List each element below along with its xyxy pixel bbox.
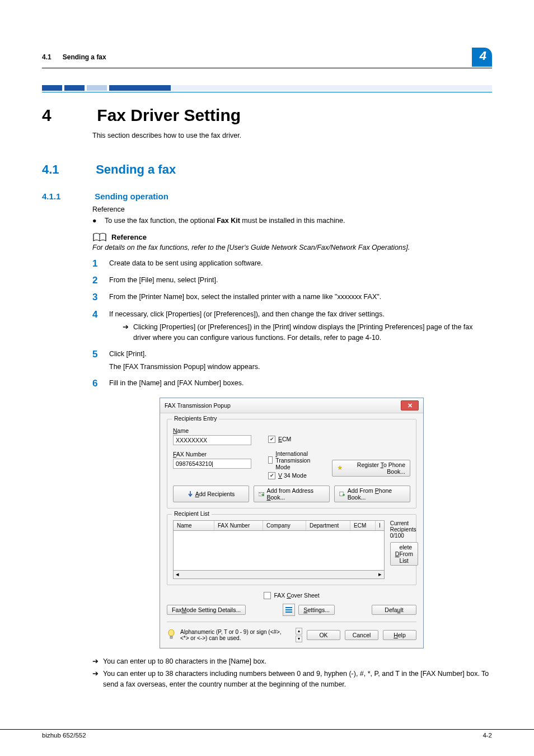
recipient-list-group: Recipient List Name FAX Number Company D… [167, 514, 416, 585]
step-text: Create data to be sent using application… [109, 258, 492, 269]
group-legend: Recipient List [172, 510, 212, 517]
cancel-button[interactable]: Cancel [345, 630, 378, 640]
svg-rect-3 [340, 492, 343, 496]
chapter-intro: This section describes how to use the fa… [92, 130, 492, 141]
svg-point-5 [168, 629, 174, 636]
intl-label: International Transmission Mode [275, 450, 324, 470]
step-text: Click [Print]. [109, 349, 492, 360]
subsection-title: Sending operation [95, 192, 168, 201]
name-input[interactable]: XXXXXXXX [173, 435, 251, 445]
add-from-phonebook-button[interactable]: Add From Phone Book... [334, 486, 410, 502]
list-header: Name FAX Number Company Department ECM I [173, 520, 385, 531]
col-more[interactable]: I [376, 521, 384, 530]
arrow-icon: ➔ [92, 669, 99, 679]
reference-label: Reference [92, 204, 492, 215]
subsection-number: 4.1.1 [42, 192, 92, 201]
recipient-listbox[interactable] [173, 531, 385, 571]
register-phonebook-button[interactable]: Register To Phone Book... [332, 460, 410, 477]
arrow-icon: ➔ [123, 322, 129, 333]
fax-popup-window: FAX Transmission Popup ✕ Recipients Entr… [160, 398, 424, 648]
recipient-count: Current Recipients 0/100 [390, 520, 418, 539]
divider [167, 622, 416, 622]
addressbook-icon [259, 491, 264, 497]
intl-checkbox[interactable] [268, 456, 273, 464]
footer-page: 4-2 [483, 732, 492, 739]
reference-block-title: Reference [111, 233, 147, 241]
settings-preview-icon [283, 604, 295, 616]
step-number: 5 [92, 349, 109, 373]
step-arrow-text: Clicking [Properties] (or [Preferences])… [133, 322, 492, 343]
col-dept[interactable]: Department [306, 521, 350, 530]
arrow-icon: ➔ [92, 656, 99, 667]
step-number: 6 [92, 378, 109, 389]
popup-title: FAX Transmission Popup [165, 402, 231, 409]
section-title: Sending a fax [96, 162, 176, 176]
scroll-left-icon[interactable]: ◂ [174, 571, 181, 578]
faxnum-input[interactable]: 09876543210| [173, 459, 251, 469]
scroll-right-icon[interactable]: ▸ [376, 571, 384, 578]
step-text: From the [Printer Name] box, select the … [109, 292, 492, 303]
fax-cover-checkbox[interactable] [264, 592, 271, 599]
close-icon[interactable]: ✕ [401, 400, 419, 410]
chapter-number: 4 [42, 106, 92, 125]
group-legend: Recipients Entry [172, 415, 219, 422]
decorative-strip [42, 85, 492, 91]
col-fax[interactable]: FAX Number [214, 521, 263, 530]
register-icon [337, 465, 343, 472]
name-label: Name [173, 427, 268, 434]
step-number: 2 [92, 275, 109, 286]
header-section-num: 4.1 [42, 53, 51, 61]
step-number: 4 [92, 309, 109, 343]
step-text: From the [File] menu, select [Print]. [109, 275, 492, 286]
horizontal-scrollbar[interactable]: ◂ ▸ [173, 571, 385, 579]
ecm-label: ECM [278, 436, 291, 442]
info-text: Alphanumeric (P, T or 0 - 9) or sign (<#… [180, 629, 291, 641]
help-button[interactable]: Help [383, 630, 416, 640]
header-section-title: Sending a fax [63, 53, 106, 61]
recipients-entry-group: Recipients Entry Name XXXXXXXX ✔ ECM [167, 419, 416, 508]
faxnum-label: FAX Number [173, 451, 268, 458]
add-recipients-button[interactable]: Add Recipients [173, 486, 249, 502]
v34-label: V 34 Mode [278, 472, 307, 479]
step-text: Fill in the [Name] and [FAX Number] boxe… [109, 378, 492, 389]
header-rule [42, 68, 492, 68]
scroll-up-icon[interactable]: ▴ [296, 628, 302, 634]
delete-from-list-button[interactable]: Delete From List [390, 542, 418, 566]
scroll-down-icon[interactable]: ▾ [296, 636, 302, 642]
section-number: 4.1 [42, 162, 92, 177]
footer-product: bizhub 652/552 [42, 732, 86, 739]
col-company[interactable]: Company [263, 521, 306, 530]
fax-cover-label: FAX Cover Sheet [274, 592, 319, 599]
fax-mode-details-button[interactable]: Fax Mode Setting Details... [167, 605, 246, 615]
reference-block-body: For details on the fax functions, refer … [92, 244, 492, 251]
svg-point-4 [343, 494, 345, 496]
step-text: If necessary, click [Properties] (or [Pr… [109, 309, 492, 320]
add-from-addressbook-button[interactable]: Add from Address Book... [254, 486, 330, 502]
step-extra: The [FAX Transmission Popup] window appe… [109, 362, 492, 372]
col-name[interactable]: Name [174, 521, 214, 530]
phonebook-icon [339, 491, 345, 497]
step-number: 1 [92, 258, 109, 269]
col-ecm[interactable]: ECM [350, 521, 376, 530]
info-icon [167, 629, 176, 641]
svg-rect-6 [170, 636, 172, 638]
svg-point-2 [262, 494, 264, 496]
settings-button[interactable]: Settings... [298, 605, 335, 615]
bullet-icon: ● [92, 217, 105, 225]
step-number: 3 [92, 292, 109, 303]
ok-button[interactable]: OK [307, 630, 340, 640]
book-icon [92, 232, 107, 242]
decorative-underline [42, 92, 492, 92]
note-text: You can enter up to 38 characters includ… [103, 669, 492, 690]
bullet-text: To use the fax function, the optional Fa… [105, 217, 345, 225]
down-arrow-icon [188, 491, 193, 497]
chapter-badge: 4 [472, 48, 492, 67]
default-button[interactable]: Default [372, 605, 416, 615]
note-text: You can enter up to 80 characters in the… [103, 656, 266, 667]
v34-checkbox[interactable]: ✔ [268, 472, 275, 479]
ecm-checkbox[interactable]: ✔ [268, 436, 275, 443]
chapter-title: Fax Driver Setting [97, 106, 241, 124]
